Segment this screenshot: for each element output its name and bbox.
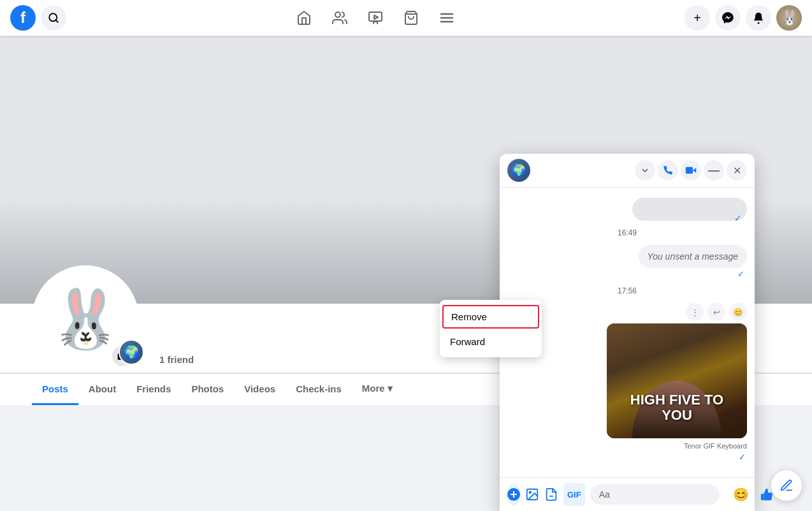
react-button[interactable]: 😊 bbox=[729, 303, 747, 321]
nav-right-actions: + 🐰 bbox=[685, 5, 802, 31]
top-navigation: f + 🐰 bbox=[0, 0, 812, 36]
create-button[interactable]: + bbox=[685, 5, 710, 31]
image-button[interactable] bbox=[525, 483, 539, 506]
gif-text-overlay: HIGH FIVE TO YOU bbox=[607, 392, 747, 423]
search-button[interactable] bbox=[41, 5, 66, 31]
svg-marker-5 bbox=[374, 15, 378, 19]
more-actions-button[interactable]: ⋮ bbox=[686, 303, 704, 321]
tab-videos[interactable]: Videos bbox=[234, 374, 286, 405]
timestamp-1756: 17:56 bbox=[507, 284, 747, 298]
like-button[interactable] bbox=[755, 483, 778, 506]
friend-avatar-small[interactable]: 🌍 bbox=[119, 339, 144, 365]
emoji-button[interactable]: 😊 bbox=[730, 483, 753, 506]
gif-button[interactable]: GIF bbox=[563, 483, 585, 506]
tab-more[interactable]: More ▾ bbox=[352, 374, 403, 405]
notifications-button[interactable] bbox=[746, 5, 771, 31]
messenger-footer: GIF 😊 bbox=[500, 477, 755, 511]
footer-right-actions: 😊 bbox=[730, 483, 778, 506]
video-call-button[interactable] bbox=[681, 160, 701, 181]
menu-nav-button[interactable] bbox=[431, 3, 462, 33]
nav-center-icons bbox=[66, 3, 685, 33]
svg-point-17 bbox=[529, 491, 531, 493]
marketplace-nav-button[interactable] bbox=[396, 3, 426, 33]
svg-point-2 bbox=[335, 12, 340, 17]
context-menu: Remove Forward bbox=[440, 300, 542, 357]
profile-avatar-wrapper: 🐰 🌍 bbox=[32, 265, 139, 373]
messenger-chevron-button[interactable] bbox=[635, 160, 655, 181]
sticker-button[interactable] bbox=[544, 483, 558, 506]
watch-nav-button[interactable] bbox=[360, 3, 391, 33]
remove-menu-item[interactable]: Remove bbox=[442, 305, 539, 329]
plus-button[interactable] bbox=[507, 483, 520, 506]
gif-message-row: ⋮ ↩ 😊 HIGH FIVE TO YOU Tenor GIF Keyboar… bbox=[507, 303, 747, 462]
forward-menu-item[interactable]: Forward bbox=[440, 330, 542, 353]
message-action-bar: ⋮ ↩ 😊 bbox=[686, 303, 747, 321]
gif-caption: Tenor GIF Keyboard bbox=[684, 442, 747, 450]
tab-checkins[interactable]: Check-ins bbox=[286, 374, 352, 405]
home-nav-button[interactable] bbox=[289, 3, 319, 33]
timestamp-1649: 16:49 bbox=[507, 226, 747, 240]
tab-friends[interactable]: Friends bbox=[126, 374, 181, 405]
user-avatar-nav[interactable]: 🐰 bbox=[776, 5, 802, 31]
tab-posts[interactable]: Posts bbox=[32, 374, 78, 405]
unsent-message-bubble: You unsent a message bbox=[639, 245, 747, 268]
messenger-contact-avatar[interactable]: 🌍 bbox=[507, 159, 530, 182]
friends-nav-button[interactable] bbox=[324, 3, 355, 33]
tab-about[interactable]: About bbox=[78, 374, 126, 405]
reply-button[interactable]: ↩ bbox=[707, 303, 725, 321]
facebook-logo[interactable]: f bbox=[10, 5, 36, 31]
messenger-header-actions: — ✕ bbox=[635, 160, 747, 181]
gif-image[interactable]: HIGH FIVE TO YOU bbox=[607, 323, 747, 438]
message-input[interactable] bbox=[590, 484, 720, 505]
minimize-chat-button[interactable]: — bbox=[704, 160, 724, 181]
tab-photos[interactable]: Photos bbox=[181, 374, 234, 405]
messenger-button[interactable] bbox=[715, 5, 741, 31]
voice-call-button[interactable] bbox=[658, 160, 678, 181]
close-chat-button[interactable]: ✕ bbox=[727, 160, 747, 181]
svg-line-1 bbox=[55, 20, 57, 22]
svg-rect-12 bbox=[686, 167, 693, 174]
messenger-header: 🌍 — ✕ bbox=[500, 154, 755, 188]
svg-marker-11 bbox=[693, 168, 696, 173]
